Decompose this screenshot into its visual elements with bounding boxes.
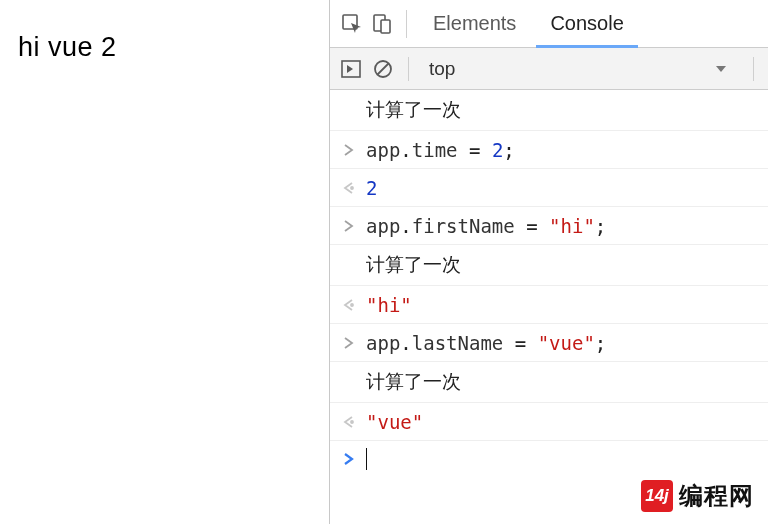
gutter [336,181,360,195]
console-row: 计算了一次 [330,245,768,286]
input-expression: app.lastName = "vue"; [360,332,606,354]
gutter [336,143,360,157]
devtools-panel: Elements Console top 计算了一次app.time = 2;2… [330,0,768,524]
clear-console-icon[interactable] [372,58,394,80]
output-arrow-icon [342,181,355,195]
svg-point-6 [351,187,353,189]
log-message: 计算了一次 [360,97,461,123]
console-row: 2 [330,169,768,207]
tab-console[interactable]: Console [536,0,637,48]
console-row: "vue" [330,403,768,441]
context-label: top [429,58,455,80]
svg-rect-2 [381,20,390,33]
input-expression: app.time = 2; [360,139,515,161]
input-arrow-icon [342,143,355,157]
gutter [336,298,360,312]
console-prompt[interactable] [330,441,768,477]
log-message: 计算了一次 [360,252,461,278]
console-row: app.firstName = "hi"; [330,207,768,245]
chevron-down-icon [715,63,727,75]
console-row: "hi" [330,286,768,324]
output-arrow-icon [342,298,355,312]
context-selector[interactable]: top [423,58,739,80]
page-content-pane: hi vue 2 [0,0,330,524]
toolbar-separator [408,57,409,81]
svg-line-5 [378,63,389,74]
tab-elements[interactable]: Elements [419,0,530,48]
tabbar-separator [406,10,407,38]
toggle-device-icon[interactable] [370,12,394,36]
gutter [336,336,360,350]
console-row: app.time = 2; [330,131,768,169]
toggle-sidebar-icon[interactable] [340,58,362,80]
devtools-tabbar: Elements Console [330,0,768,48]
console-output[interactable]: 计算了一次app.time = 2;2app.firstName = "hi";… [330,90,768,524]
watermark-text: 编程网 [679,480,754,512]
svg-point-7 [351,304,353,306]
output-value: "vue" [360,411,423,433]
prompt-arrow-icon [336,452,360,466]
page-text: hi vue 2 [18,32,311,63]
output-arrow-icon [342,415,355,429]
watermark: 14j 编程网 [641,480,754,512]
console-row: 计算了一次 [330,362,768,403]
text-caret [366,448,367,470]
console-row: 计算了一次 [330,90,768,131]
inspect-element-icon[interactable] [340,12,364,36]
svg-point-8 [351,421,353,423]
console-row: app.lastName = "vue"; [330,324,768,362]
output-value: "hi" [360,294,412,316]
log-message: 计算了一次 [360,369,461,395]
gutter [336,415,360,429]
output-value: 2 [360,177,377,199]
input-expression: app.firstName = "hi"; [360,215,606,237]
gutter [336,219,360,233]
input-arrow-icon [342,336,355,350]
input-arrow-icon [342,219,355,233]
console-toolbar: top [330,48,768,90]
toolbar-separator [753,57,754,81]
watermark-badge: 14j [641,480,673,512]
